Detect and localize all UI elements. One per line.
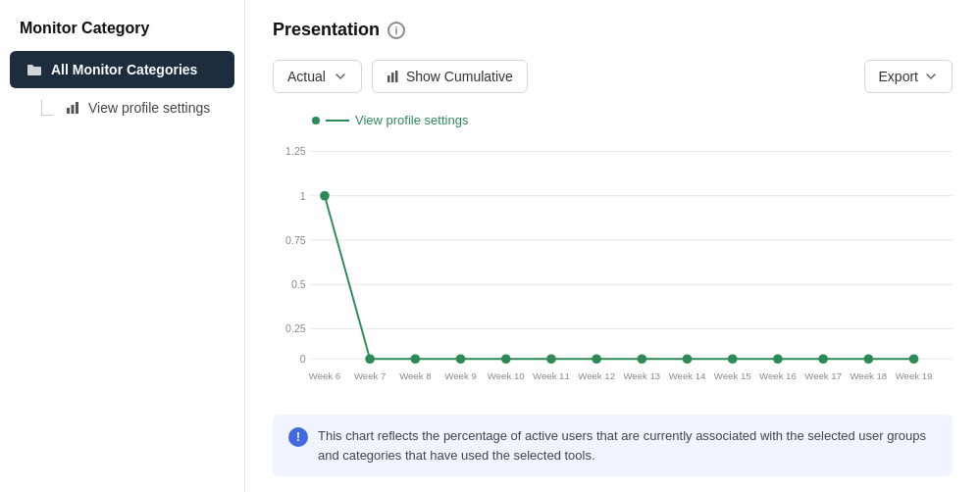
svg-rect-2 (76, 102, 78, 114)
svg-point-21 (456, 354, 466, 364)
show-cumulative-button[interactable]: Show Cumulative (372, 60, 528, 93)
svg-rect-0 (67, 108, 70, 114)
sidebar-item-all-monitor-categories[interactable]: All Monitor Categories (10, 51, 234, 88)
svg-text:Week 19: Week 19 (896, 370, 933, 381)
export-label: Export (879, 69, 918, 84)
svg-text:Week 13: Week 13 (623, 370, 660, 381)
svg-text:Week 6: Week 6 (309, 370, 340, 381)
cumulative-label: Show Cumulative (406, 69, 513, 84)
svg-rect-4 (391, 73, 394, 82)
svg-text:Week 9: Week 9 (444, 370, 476, 381)
svg-text:Week 8: Week 8 (399, 370, 431, 381)
svg-text:Week 10: Week 10 (488, 370, 525, 381)
sidebar-item-label: All Monitor Categories (51, 62, 197, 77)
svg-text:Week 17: Week 17 (804, 370, 842, 381)
chevron-down-icon (334, 70, 347, 83)
folder-icon (26, 61, 43, 78)
svg-text:Week 15: Week 15 (714, 370, 751, 381)
svg-point-23 (546, 354, 556, 364)
sidebar: Monitor Category All Monitor Categories … (0, 0, 245, 492)
svg-text:Week 14: Week 14 (669, 370, 706, 381)
svg-text:0.5: 0.5 (291, 278, 306, 290)
svg-point-30 (864, 354, 874, 364)
svg-rect-3 (387, 75, 390, 82)
svg-text:1: 1 (300, 190, 306, 202)
dropdown-value: Actual (287, 69, 326, 84)
svg-point-28 (773, 354, 783, 364)
svg-point-27 (728, 354, 738, 364)
footer-note: ! This chart reflects the percentage of … (273, 415, 953, 476)
svg-text:1.25: 1.25 (285, 145, 306, 157)
svg-rect-5 (395, 71, 398, 82)
info-icon[interactable]: i (387, 22, 405, 39)
svg-point-31 (909, 354, 919, 364)
sidebar-item-view-profile-settings[interactable]: View profile settings (10, 92, 234, 123)
tree-line (41, 100, 53, 116)
svg-text:0.25: 0.25 (285, 322, 306, 334)
actual-dropdown[interactable]: Actual (273, 60, 362, 93)
chart-icon (65, 100, 80, 116)
svg-text:Week 12: Week 12 (578, 370, 615, 381)
svg-text:Week 18: Week 18 (850, 370, 887, 381)
svg-rect-1 (72, 105, 75, 114)
svg-text:0.75: 0.75 (285, 234, 306, 246)
legend-dot (312, 117, 320, 124)
export-button[interactable]: Export (864, 60, 953, 93)
toolbar-right: Export (864, 60, 953, 93)
svg-point-22 (501, 354, 511, 364)
svg-text:0: 0 (300, 353, 306, 365)
svg-text:Week 7: Week 7 (354, 370, 386, 381)
main-header: Presentation i (273, 20, 953, 40)
sidebar-subitem-label: View profile settings (88, 100, 210, 116)
svg-point-24 (592, 354, 601, 364)
svg-point-19 (365, 354, 375, 364)
chart-svg: 1.25 1 0.75 0.5 0.25 0 (273, 137, 953, 392)
footer-note-text: This chart reflects the percentage of ac… (318, 426, 937, 465)
svg-text:Week 16: Week 16 (759, 370, 797, 381)
legend-line (326, 120, 349, 122)
svg-point-29 (818, 354, 828, 364)
chart-svg-wrapper: 1.25 1 0.75 0.5 0.25 0 (273, 137, 953, 395)
toolbar: Actual Show Cumulative Export (273, 60, 953, 93)
chart-container: View profile settings 1.25 1 0.75 0.5 0.… (273, 113, 953, 395)
svg-point-26 (683, 354, 693, 364)
sidebar-title: Monitor Category (0, 20, 244, 51)
page-title: Presentation (273, 20, 380, 40)
main-content: Presentation i Actual Show Cumulative Ex… (245, 0, 980, 492)
chevron-down-icon (924, 70, 938, 83)
bar-chart-icon (387, 70, 400, 83)
chart-legend: View profile settings (273, 113, 953, 127)
legend-label: View profile settings (355, 113, 468, 127)
svg-text:Week 11: Week 11 (533, 370, 570, 381)
svg-point-20 (411, 354, 421, 364)
svg-point-25 (638, 354, 647, 364)
info-badge: ! (288, 427, 308, 447)
svg-point-18 (320, 191, 330, 201)
